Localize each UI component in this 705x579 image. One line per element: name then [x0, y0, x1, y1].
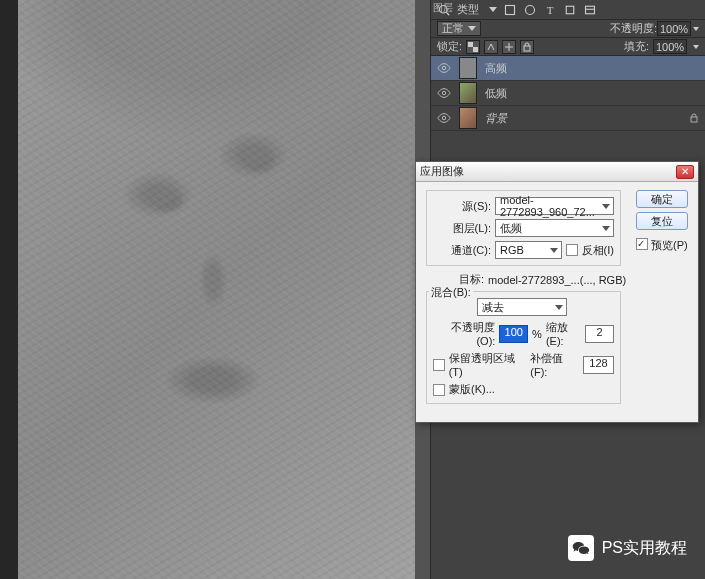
preview-checkbox[interactable]	[636, 238, 648, 250]
blend-value: 减去	[482, 300, 504, 315]
image-preview	[18, 0, 415, 579]
opacity-label: 不透明度:	[610, 21, 657, 36]
svg-rect-2	[506, 5, 515, 14]
fill-label: 填充:	[624, 39, 649, 54]
watermark-text: PS实用教程	[602, 538, 687, 559]
offset-input[interactable]: 128	[583, 356, 614, 374]
visibility-icon[interactable]	[437, 111, 451, 125]
svg-point-12	[442, 116, 446, 120]
opacity-unit: %	[532, 328, 542, 340]
dlg-opacity-label: 不透明度(O):	[433, 320, 495, 347]
lock-icon	[689, 113, 699, 123]
blend-group: 混合(B): 减去 不透明度(O): 100 % 缩放(E): 2 保留透明区域…	[426, 291, 621, 404]
target-value: model-2772893_...(..., RGB)	[488, 274, 626, 286]
canvas-area	[0, 0, 415, 579]
channel-label: 通道(C):	[433, 243, 491, 258]
channel-select[interactable]: RGB	[495, 241, 562, 259]
svg-point-11	[442, 91, 446, 95]
lock-label: 锁定:	[437, 39, 462, 54]
mask-label: 蒙版(K)...	[449, 382, 495, 397]
wechat-icon	[568, 535, 594, 561]
dlg-opacity-input[interactable]: 100	[499, 325, 528, 343]
image-filter-icon[interactable]	[503, 3, 517, 17]
layer-filter-row: 类型 T	[431, 0, 705, 20]
visibility-icon[interactable]	[437, 61, 451, 75]
mask-checkbox[interactable]	[433, 384, 445, 396]
chevron-down-icon	[555, 305, 563, 310]
preview-label: 预览(P)	[651, 239, 688, 251]
layer-name: 低频	[485, 86, 507, 101]
channel-value: RGB	[500, 244, 524, 256]
svg-point-3	[526, 5, 535, 14]
lock-pixels-icon[interactable]	[484, 40, 498, 54]
blend-mode-value: 正常	[442, 21, 464, 36]
chevron-down-icon	[550, 248, 558, 253]
chevron-down-icon[interactable]	[693, 45, 699, 49]
layer-src-value: 低频	[500, 221, 522, 236]
visibility-icon[interactable]	[437, 86, 451, 100]
watermark: PS实用教程	[568, 535, 687, 561]
panel-title: 图层	[433, 1, 453, 15]
layer-src-label: 图层(L):	[433, 221, 491, 236]
offset-label: 补偿值(F):	[530, 351, 579, 378]
layer-thumbnail	[459, 57, 477, 79]
apply-image-dialog: 应用图像 ✕ 确定 复位 预览(P) 源(S): model-2772893_9…	[415, 161, 699, 423]
svg-rect-13	[691, 117, 697, 122]
preserve-checkbox[interactable]	[433, 359, 445, 371]
shape-filter-icon[interactable]	[563, 3, 577, 17]
smart-filter-icon[interactable]	[583, 3, 597, 17]
blend-select[interactable]: 减去	[477, 298, 567, 316]
layer-thumbnail	[459, 107, 477, 129]
dialog-titlebar[interactable]: 应用图像 ✕	[416, 162, 698, 182]
dialog-title: 应用图像	[420, 164, 676, 179]
layer-name: 高频	[485, 61, 507, 76]
invert-checkbox[interactable]	[566, 244, 578, 256]
preserve-label: 保留透明区域(T)	[449, 351, 527, 378]
source-select[interactable]: model-2772893_960_72...	[495, 197, 614, 215]
svg-rect-8	[473, 47, 478, 52]
svg-rect-9	[524, 46, 530, 51]
layer-name: 背景	[485, 111, 507, 126]
chevron-down-icon	[468, 26, 476, 31]
svg-rect-5	[586, 6, 595, 14]
lock-row: 锁定: 填充: 100%	[431, 38, 705, 56]
lock-all-icon[interactable]	[520, 40, 534, 54]
lock-position-icon[interactable]	[502, 40, 516, 54]
chevron-down-icon[interactable]	[693, 27, 699, 31]
source-group: 源(S): model-2772893_960_72... 图层(L): 低频 …	[426, 190, 621, 266]
svg-rect-4	[566, 6, 574, 14]
reset-button[interactable]: 复位	[636, 212, 688, 230]
filter-type-label: 类型	[457, 2, 479, 17]
layer-src-select[interactable]: 低频	[495, 219, 614, 237]
scale-label: 缩放(E):	[546, 320, 581, 347]
blend-mode-select[interactable]: 正常	[437, 21, 481, 36]
lock-transparent-icon[interactable]	[466, 40, 480, 54]
layer-row-bg[interactable]: 背景	[431, 106, 705, 131]
blend-row: 正常 不透明度: 100%	[431, 20, 705, 38]
svg-rect-7	[468, 42, 473, 47]
ok-button[interactable]: 确定	[636, 190, 688, 208]
text-filter-icon[interactable]: T	[543, 3, 557, 17]
layer-row-low[interactable]: 低频	[431, 81, 705, 106]
opacity-value[interactable]: 100%	[657, 21, 691, 36]
scale-input[interactable]: 2	[585, 325, 614, 343]
chevron-down-icon	[602, 204, 610, 209]
source-value: model-2772893_960_72...	[500, 194, 609, 218]
layer-row-high[interactable]: 高频	[431, 56, 705, 81]
layer-thumbnail	[459, 82, 477, 104]
fill-value[interactable]: 100%	[653, 39, 687, 54]
chevron-down-icon	[602, 226, 610, 231]
chevron-down-icon[interactable]	[489, 7, 497, 12]
close-button[interactable]: ✕	[676, 165, 694, 179]
source-label: 源(S):	[433, 199, 491, 214]
svg-point-10	[442, 66, 446, 70]
blend-label: 混合(B):	[431, 286, 471, 298]
adjust-filter-icon[interactable]	[523, 3, 537, 17]
invert-label: 反相(I)	[582, 243, 614, 258]
